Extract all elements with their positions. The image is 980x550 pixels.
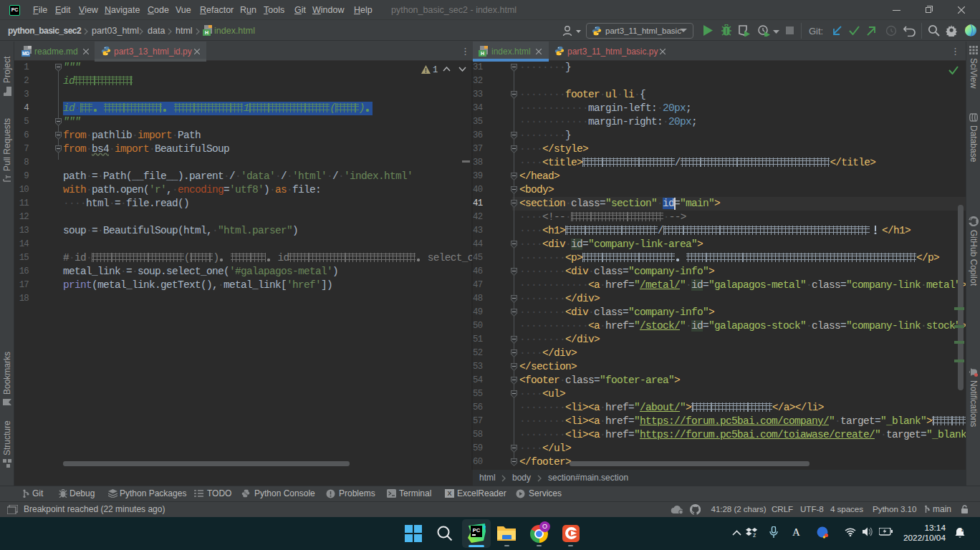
svg-text:z: z bbox=[961, 527, 964, 532]
svg-text:z: z bbox=[753, 531, 756, 538]
